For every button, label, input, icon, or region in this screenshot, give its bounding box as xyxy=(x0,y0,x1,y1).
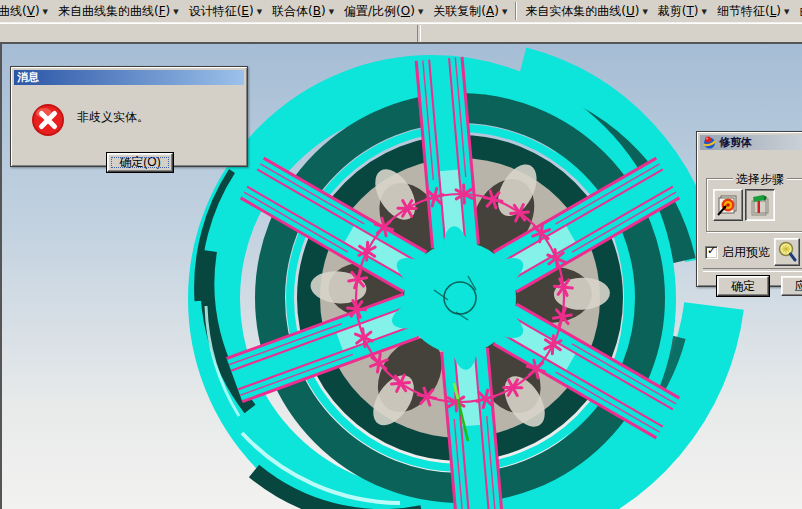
trim-dialog-title: 修剪体 xyxy=(719,135,752,150)
menu-item-detail-feature[interactable]: 细节特征(L)▼ xyxy=(712,1,794,21)
selection-steps-group: 选择步骤 xyxy=(706,178,802,232)
chevron-down-icon: ▼ xyxy=(257,8,262,16)
menu-item-offset-scale[interactable]: 偏置/比例(O)▼ xyxy=(339,1,428,21)
menu-item-curves-from-body-set[interactable]: 来自实体集的曲线(U)▼ xyxy=(520,1,653,21)
toolbar-separator xyxy=(417,25,421,42)
enable-preview-label: 启用预览 xyxy=(722,244,770,261)
chevron-down-icon: ▼ xyxy=(43,8,48,16)
chevron-down-icon: ▼ xyxy=(329,8,334,16)
menu-item-curves-from-curve-set[interactable]: 来自曲线集的曲线(F)▼ xyxy=(53,1,184,21)
message-dialog-title: 消息 xyxy=(17,70,39,85)
trim-body-dialog: 修剪体 选择步骤 xyxy=(696,131,802,287)
menu-item-curve[interactable]: 曲线(V)▼ xyxy=(0,1,53,21)
menu-item-unite[interactable]: 联合体(B)▼ xyxy=(267,1,339,21)
menu-item-surface[interactable]: 曲面(R)▼ xyxy=(794,1,802,21)
menu-item-trim[interactable]: 裁剪(T)▼ xyxy=(653,1,712,21)
trim-dialog-titlebar: 修剪体 xyxy=(700,135,802,150)
chevron-down-icon: ▼ xyxy=(418,8,423,16)
message-dialog: 消息 非歧义实体。 确定(O) xyxy=(10,66,248,167)
trim-ok-button[interactable]: 确定 xyxy=(717,276,769,296)
magnifier-icon xyxy=(777,241,797,263)
error-icon xyxy=(31,103,65,137)
target-body-icon xyxy=(717,193,739,217)
tool-body-button[interactable] xyxy=(745,189,775,221)
message-dialog-titlebar: 消息 xyxy=(14,70,244,85)
menu-item-associative-copy[interactable]: 关联复制(A)▼ xyxy=(428,1,512,21)
menu-bar: 曲线(V)▼ 来自曲线集的曲线(F)▼ 设计特征(E)▼ 联合体(B)▼ 偏置/… xyxy=(0,0,802,23)
chevron-down-icon: ▼ xyxy=(702,8,707,16)
message-text: 非歧义实体。 xyxy=(77,109,149,126)
dialog-separator xyxy=(703,268,802,272)
enable-preview-checkbox[interactable]: ✓ xyxy=(705,246,718,259)
toolbar-row xyxy=(0,23,802,43)
tool-body-icon xyxy=(749,193,771,217)
app-logo-icon xyxy=(703,136,716,149)
menu-item-design-feature[interactable]: 设计特征(E)▼ xyxy=(184,1,267,21)
chevron-down-icon: ▼ xyxy=(642,8,647,16)
trim-apply-button[interactable]: 应用 xyxy=(781,276,802,296)
menu-separator xyxy=(515,2,517,20)
chevron-down-icon: ▼ xyxy=(502,8,507,16)
selection-steps-label: 选择步骤 xyxy=(733,171,787,188)
target-body-button[interactable] xyxy=(713,189,743,221)
ok-button[interactable]: 确定(O) xyxy=(107,153,173,172)
chevron-down-icon: ▼ xyxy=(784,8,789,16)
application-window: { "menu_bar": { "items": [ {"pre":"曲线(",… xyxy=(0,0,802,509)
preview-zoom-button[interactable] xyxy=(774,238,800,266)
chevron-down-icon: ▼ xyxy=(173,8,178,16)
